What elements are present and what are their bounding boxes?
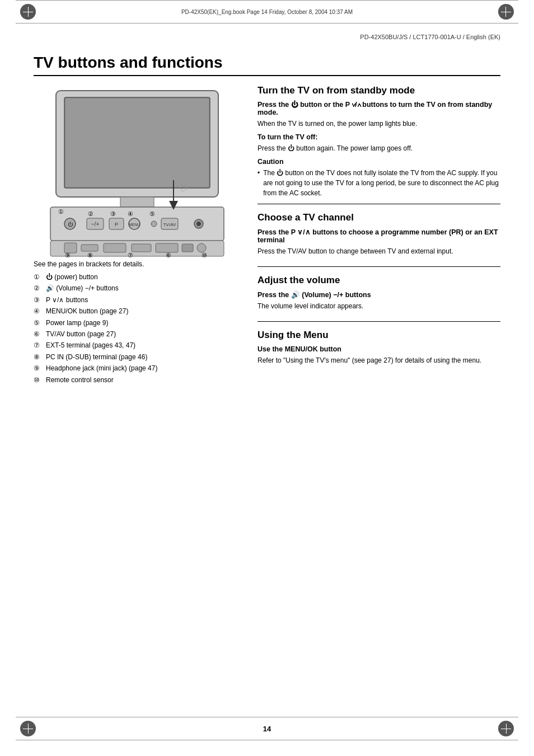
bottom-left-crop-mark	[20, 721, 36, 736]
subsection-body-turn-off: Press the ⏻ button again. The power lamp…	[257, 143, 500, 153]
svg-point-17	[196, 222, 201, 226]
subsection-bold-menu-main: Use the MENU/OK button	[257, 345, 500, 353]
list-item: ④MENU/OK button (page 27)	[34, 306, 241, 317]
svg-rect-21	[104, 243, 126, 252]
caution-bullet: •The ⏻ button on the TV does not fully i…	[257, 168, 500, 198]
page-number: 14	[263, 725, 271, 733]
svg-text:⑥: ⑥	[166, 252, 171, 259]
subsection-bold-volume-main: Press the 🔊 (Volume) −/+ buttons	[257, 290, 500, 299]
svg-text:−/+: −/+	[91, 221, 100, 227]
svg-text:③: ③	[110, 210, 116, 217]
svg-text:⑨: ⑨	[65, 252, 71, 259]
numbered-list: ①⏻ (power) button②🔊 (Volume) −/+ buttons…	[34, 271, 241, 386]
svg-rect-2	[65, 98, 209, 187]
section-volume: Adjust the volumePress the 🔊 (Volume) −/…	[257, 275, 500, 322]
svg-rect-23	[156, 243, 178, 252]
subsection-bold-turn-off: To turn the TV off:	[257, 133, 500, 141]
subsection-body-menu-main: Refer to "Using the TV's menu" (see page…	[257, 355, 500, 365]
top-left-crop-mark	[20, 4, 36, 20]
svg-rect-3	[120, 197, 154, 207]
list-item: ②🔊 (Volume) −/+ buttons	[34, 283, 241, 294]
list-item: ⑥TV/AV button (page 27)	[34, 328, 241, 340]
diagram-caption: See the pages in brackets for details.	[34, 260, 241, 268]
svg-text:⑩: ⑩	[202, 252, 207, 259]
svg-text:①: ①	[58, 208, 64, 215]
svg-text:P: P	[115, 222, 118, 227]
page-info: PD-42X50BU/J/S / LCT1770-001A-U / Englis…	[360, 34, 500, 40]
subsection-body-channel-main: Press the TV/AV button to change between…	[257, 246, 500, 256]
page-header: PD-42X50BU/J/S / LCT1770-001A-U / Englis…	[0, 24, 534, 43]
list-item: ⑧PC IN (D-SUB) terminal (page 46)	[34, 351, 241, 363]
section-standby: Turn the TV on from standby modePress th…	[257, 85, 500, 204]
subsection-body-volume-main: The volume level indicator appears.	[257, 301, 500, 311]
subsection-body-standby-main: When the TV is turned on, the power lamp…	[257, 119, 500, 129]
subsection-bold-channel-main: Press the P ∨/∧ buttons to choose a prog…	[257, 228, 500, 244]
right-column: Turn the TV on from standby modePress th…	[257, 85, 500, 386]
svg-text:⏻: ⏻	[68, 222, 73, 227]
caution-label: Caution	[257, 158, 500, 166]
list-item: ⑨Headphone jack (mini jack) (page 47)	[34, 363, 241, 374]
tv-diagram: ⏻ −/+ P MENU	[34, 85, 241, 260]
section-title-menu: Using the Menu	[257, 330, 500, 341]
svg-point-13	[151, 221, 157, 227]
svg-text:④: ④	[128, 210, 133, 217]
section-title-standby: Turn the TV on from standby mode	[257, 85, 500, 96]
list-item: ⑩Remote control sensor	[34, 374, 241, 386]
svg-text:②: ②	[88, 210, 93, 217]
list-item: ⑤Power lamp (page 9)	[34, 317, 241, 328]
svg-text:TV/AV: TV/AV	[163, 222, 176, 227]
svg-text:⑧: ⑧	[87, 252, 93, 259]
svg-text:MENU: MENU	[129, 223, 140, 227]
page-title: TV buttons and functions	[34, 54, 500, 76]
svg-text:⑦: ⑦	[128, 252, 133, 259]
svg-point-25	[197, 243, 206, 252]
section-menu: Using the MenuUse the MENU/OK buttonRefe…	[257, 330, 500, 375]
file-info: PD-42X50(EK)_Eng.book Page 14 Friday, Oc…	[181, 9, 353, 15]
section-channel: Choose a TV channelPress the P ∨/∧ butto…	[257, 212, 500, 267]
svg-rect-20	[81, 245, 98, 251]
svg-rect-22	[132, 244, 151, 252]
bottom-right-crop-mark	[498, 721, 514, 736]
list-item: ③P ∨/∧ buttons	[34, 294, 241, 306]
subsection-bold-standby-main: Press the ⏻ button or the P ∨/∧ buttons …	[257, 101, 500, 116]
left-column: ⏻ −/+ P MENU	[34, 85, 241, 386]
list-item: ①⏻ (power) button	[34, 271, 241, 283]
svg-text:⑤: ⑤	[149, 210, 155, 217]
section-title-channel: Choose a TV channel	[257, 212, 500, 223]
caution-text: The ⏻ button on the TV does not fully is…	[263, 168, 500, 198]
list-item: ⑦EXT-5 terminal (pages 43, 47)	[34, 340, 241, 351]
svg-rect-24	[182, 244, 193, 252]
section-title-volume: Adjust the volume	[257, 275, 500, 286]
top-right-crop-mark	[498, 4, 514, 20]
